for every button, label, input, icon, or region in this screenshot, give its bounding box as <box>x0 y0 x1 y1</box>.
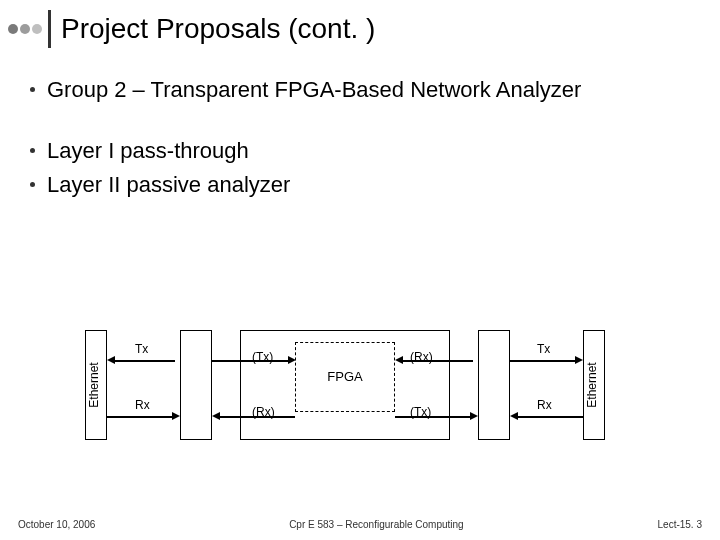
signal-label: (Rx) <box>410 350 433 364</box>
dot-icon <box>32 24 42 34</box>
phy-block-left <box>180 330 212 440</box>
phy-block-right <box>478 330 510 440</box>
footer-course: Cpr E 583 – Reconfigurable Computing <box>289 519 464 530</box>
arrow-line <box>510 360 575 362</box>
ethernet-label-left: Ethernet <box>87 362 101 407</box>
signal-label: (Tx) <box>252 350 273 364</box>
bullet-text: Layer II passive analyzer <box>47 171 290 200</box>
slide-header: Project Proposals (cont. ) <box>0 0 720 48</box>
bullet-text: Layer I pass-through <box>47 137 249 166</box>
arrow-line <box>212 360 290 362</box>
arrow-head-icon <box>510 412 518 420</box>
bullet-text: Group 2 – Transparent FPGA-Based Network… <box>47 76 581 105</box>
fpga-label: FPGA <box>296 369 394 384</box>
bullet-icon <box>30 148 35 153</box>
fpga-core: FPGA <box>295 342 395 412</box>
slide-footer: October 10, 2006 Cpr E 583 – Reconfigura… <box>0 519 720 530</box>
title-divider <box>48 10 51 48</box>
arrow-head-icon <box>470 412 478 420</box>
arrow-line <box>107 416 172 418</box>
arrow-line <box>220 416 295 418</box>
network-diagram: Ethernet FPGA Ethernet Tx Rx (Tx) (Rx) (… <box>85 320 605 470</box>
slide-body: Group 2 – Transparent FPGA-Based Network… <box>0 48 720 200</box>
signal-label: Tx <box>135 342 148 356</box>
signal-label: Tx <box>537 342 550 356</box>
slide-title: Project Proposals (cont. ) <box>61 13 375 45</box>
bullet-item: Layer II passive analyzer <box>30 171 690 200</box>
arrow-head-icon <box>172 412 180 420</box>
bullet-icon <box>30 182 35 187</box>
arrow-head-icon <box>395 356 403 364</box>
arrow-line <box>115 360 175 362</box>
footer-date: October 10, 2006 <box>18 519 95 530</box>
signal-label: Rx <box>537 398 552 412</box>
arrow-line <box>403 360 473 362</box>
arrow-head-icon <box>107 356 115 364</box>
bullet-icon <box>30 87 35 92</box>
arrow-line <box>518 416 583 418</box>
dot-icon <box>8 24 18 34</box>
signal-label: Rx <box>135 398 150 412</box>
arrow-head-icon <box>212 412 220 420</box>
arrow-line <box>395 416 470 418</box>
bullet-item: Layer I pass-through <box>30 137 690 166</box>
ethernet-label-right: Ethernet <box>585 362 599 407</box>
decorative-dots <box>8 24 42 34</box>
bullet-item: Group 2 – Transparent FPGA-Based Network… <box>30 76 690 105</box>
dot-icon <box>20 24 30 34</box>
arrow-head-icon <box>575 356 583 364</box>
footer-slide-number: Lect-15. 3 <box>658 519 702 530</box>
arrow-head-icon <box>288 356 296 364</box>
